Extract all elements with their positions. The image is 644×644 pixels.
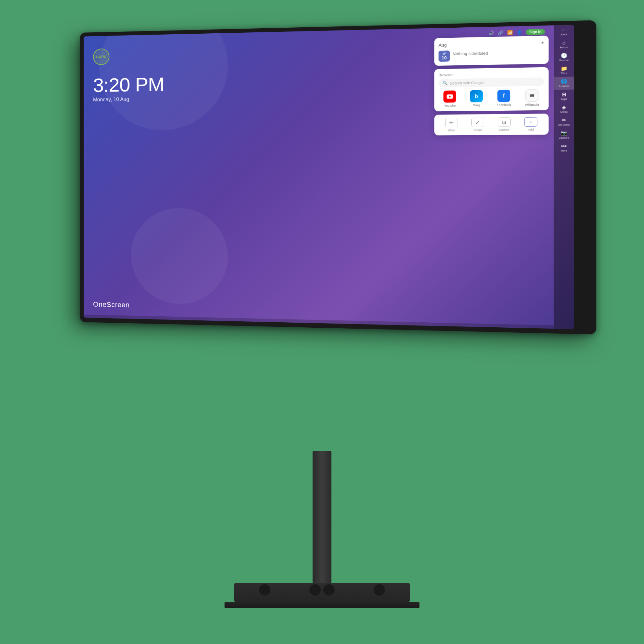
stand-base bbox=[234, 583, 410, 602]
search-bar[interactable]: 🔍 Search with Google bbox=[439, 77, 544, 87]
write-label: Write bbox=[448, 129, 455, 132]
search-placeholder: Search with Google bbox=[450, 81, 484, 85]
wikipedia-label: Wikipedia bbox=[525, 103, 539, 106]
menu-label: Menu bbox=[560, 110, 568, 114]
back-icon: ← bbox=[561, 27, 567, 32]
guru-logo: GURU bbox=[93, 48, 109, 65]
shortcut-facebook[interactable]: f Facebook bbox=[497, 90, 511, 107]
action-share[interactable]: ⤢ Share bbox=[471, 118, 484, 132]
sign-in-button[interactable]: Sign In bbox=[526, 29, 545, 35]
bing-label: Bing bbox=[473, 103, 480, 107]
shortcut-youtube[interactable]: Youtube bbox=[444, 91, 456, 108]
action-card: ✏ Write ⤢ Share ⊡ Source + Add bbox=[434, 114, 549, 135]
source-icon: ⊡ bbox=[498, 117, 511, 127]
sidebar-item-apps[interactable]: ⊞ Apps bbox=[554, 90, 574, 103]
stand-pole bbox=[313, 451, 331, 583]
action-add[interactable]: + Add bbox=[524, 117, 537, 131]
action-source[interactable]: ⊡ Source bbox=[498, 117, 511, 131]
calendar-event: W 10 Nothing scheduled bbox=[439, 49, 544, 62]
youtube-icon bbox=[444, 91, 456, 103]
sidebar-item-browser[interactable]: 🌐 Browser bbox=[554, 77, 574, 90]
write-icon: ✏ bbox=[445, 118, 458, 127]
wikipedia-icon: W bbox=[525, 89, 538, 102]
browser-card[interactable]: Browser 🔍 Search with Google Youtube bbox=[434, 67, 549, 112]
sidebar-item-more[interactable]: ••• More bbox=[554, 141, 574, 154]
sidebar-item-capture[interactable]: 📷 Capture bbox=[554, 128, 574, 142]
apps-icon: ⊞ bbox=[562, 92, 566, 97]
sidebar-item-files[interactable]: 📁 Files bbox=[554, 64, 574, 77]
sidebar-item-recent[interactable]: 🕐 Recent bbox=[554, 51, 574, 64]
shortcut-bing[interactable]: b Bing bbox=[470, 90, 483, 107]
cards-area: Aug + W 10 Nothing scheduled Browser bbox=[434, 36, 549, 135]
share-icon: ⤢ bbox=[471, 118, 484, 127]
more-icon: ••• bbox=[561, 143, 567, 148]
event-badge: W 10 bbox=[439, 51, 450, 62]
capture-icon: 📷 bbox=[560, 130, 567, 136]
sidebar-item-back[interactable]: ← Back bbox=[554, 25, 574, 38]
date-text: Monday, 10 Aug bbox=[93, 96, 164, 103]
calendar-card[interactable]: Aug + W 10 Nothing scheduled bbox=[434, 36, 549, 66]
bg-decoration-2 bbox=[131, 208, 228, 305]
source-label: Source bbox=[499, 128, 509, 132]
event-day-num: 10 bbox=[441, 55, 447, 60]
network-icon: 🔗 bbox=[498, 30, 503, 35]
action-write[interactable]: ✏ Write bbox=[445, 118, 458, 132]
time-display: 3:20 PM Monday, 10 Aug bbox=[93, 73, 164, 103]
wheel-right bbox=[374, 584, 385, 596]
menu-icon: ◈ bbox=[562, 105, 566, 110]
wheel-center-left bbox=[309, 584, 321, 596]
brand-name: OneScreen bbox=[93, 300, 130, 309]
right-sidebar: ← Back ⌂ Home 🕐 Recent 📁 Files 🌐 Br bbox=[554, 25, 574, 329]
browser-shortcuts: Youtube b Bing f Facebook bbox=[439, 89, 544, 108]
wheel-center-right bbox=[323, 584, 335, 596]
apps-label: Apps bbox=[561, 97, 567, 101]
calendar-add-button[interactable]: + bbox=[541, 40, 544, 46]
facebook-icon: f bbox=[497, 90, 510, 102]
recent-label: Recent bbox=[559, 58, 569, 62]
more-label: More bbox=[561, 149, 567, 152]
avatar-icon: 👤 bbox=[516, 30, 522, 35]
youtube-label: Youtube bbox=[444, 104, 456, 107]
home-label: Home bbox=[560, 46, 568, 49]
event-text: Nothing scheduled bbox=[452, 50, 488, 56]
tv-frame: 🔊 🔗 📶 👤 Sign In GURU 3:20 PM Monday, 10 … bbox=[80, 20, 596, 334]
sidebar-item-home[interactable]: ⌂ Home bbox=[554, 38, 574, 51]
add-icon: + bbox=[524, 117, 537, 126]
event-day-letter: W bbox=[441, 52, 447, 55]
browser-card-header: Browser bbox=[439, 71, 544, 77]
shortcut-wikipedia[interactable]: W Wikipedia bbox=[525, 89, 539, 106]
wifi-icon: 📶 bbox=[507, 30, 513, 35]
screen-bottom-bar bbox=[84, 314, 554, 329]
files-icon: 📁 bbox=[560, 66, 567, 71]
recent-icon: 🕐 bbox=[560, 53, 567, 58]
back-label: Back bbox=[561, 33, 567, 36]
share-label: Share bbox=[474, 128, 482, 132]
facebook-label: Facebook bbox=[497, 103, 511, 107]
tv-screen: 🔊 🔗 📶 👤 Sign In GURU 3:20 PM Monday, 10 … bbox=[84, 25, 574, 329]
browser-label: Browser bbox=[558, 85, 569, 88]
bing-icon: b bbox=[470, 90, 483, 102]
add-label: Add bbox=[528, 128, 534, 131]
calendar-month: Aug bbox=[439, 42, 447, 47]
wheel-left bbox=[259, 584, 270, 596]
annotate-label: Annotate bbox=[558, 123, 570, 126]
browser-icon: 🌐 bbox=[560, 79, 567, 84]
volume-icon: 🔊 bbox=[488, 30, 494, 35]
annotate-icon: ✏ bbox=[562, 118, 566, 123]
sidebar-item-menu[interactable]: ◈ Menu bbox=[554, 103, 574, 116]
scene: 🔊 🔗 📶 👤 Sign In GURU 3:20 PM Monday, 10 … bbox=[55, 23, 589, 621]
guru-text: GURU bbox=[96, 55, 106, 59]
files-label: Files bbox=[561, 72, 567, 75]
search-icon: 🔍 bbox=[443, 81, 448, 85]
capture-label: Capture bbox=[559, 136, 569, 139]
sidebar-item-annotate[interactable]: ✏ Annotate bbox=[554, 115, 574, 129]
home-icon: ⌂ bbox=[562, 40, 566, 45]
time-text: 3:20 PM bbox=[93, 73, 164, 96]
